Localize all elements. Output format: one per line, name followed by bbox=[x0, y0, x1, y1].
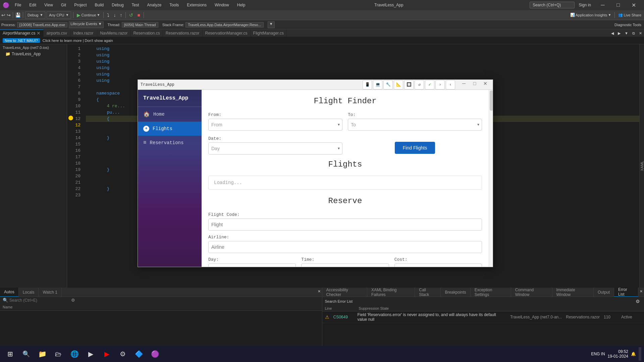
close-btn[interactable]: ✕ bbox=[626, 0, 641, 10]
taskbar-notification-icon[interactable]: 🔔 bbox=[631, 352, 636, 356]
from-select[interactable]: From bbox=[208, 119, 342, 131]
menu-git[interactable]: Git bbox=[58, 2, 69, 8]
app-scrollbar[interactable] bbox=[489, 90, 493, 267]
error-item-1[interactable]: ⚠ CS0649 Field 'Reservations.error' is n… bbox=[322, 311, 644, 323]
platform-dropdown[interactable]: Any CPU ▼ bbox=[47, 11, 71, 19]
tab-navmenu[interactable]: NavMenu.razor bbox=[97, 29, 130, 37]
taskbar-youtube[interactable]: ▶ bbox=[99, 347, 114, 361]
search-taskbar-btn[interactable]: 🔍 bbox=[19, 347, 34, 361]
app-win-close[interactable]: ✕ bbox=[481, 80, 490, 87]
app-win-minimize[interactable]: ─ bbox=[459, 80, 469, 87]
airline-input[interactable] bbox=[208, 241, 482, 253]
flight-code-input[interactable] bbox=[208, 219, 482, 231]
tab-list-btn[interactable]: ▼ bbox=[623, 29, 630, 37]
device-icon-3[interactable]: 🔧 bbox=[383, 80, 393, 89]
sign-in-btn[interactable]: Sign in bbox=[579, 3, 591, 7]
restart-btn[interactable]: ↺ bbox=[128, 11, 135, 19]
split-btn[interactable]: ⧉ bbox=[630, 29, 637, 37]
autos-search-input[interactable] bbox=[9, 298, 70, 303]
nav-reservations[interactable]: ≡ Reservations bbox=[138, 136, 202, 150]
toolbar-redo-icon[interactable]: ↪ bbox=[7, 12, 11, 18]
taskbar-vs[interactable]: 🟣 bbox=[148, 347, 162, 361]
autos-tab[interactable]: Autos bbox=[0, 288, 19, 297]
tab-airportmanager[interactable]: AirportManager.cs ✕ bbox=[0, 29, 44, 37]
watch1-tab[interactable]: Watch 1 bbox=[39, 288, 62, 297]
maximize-btn[interactable]: □ bbox=[610, 0, 626, 10]
tab-scroll-right[interactable]: ▶ bbox=[616, 29, 623, 37]
taskbar-show-desktop[interactable] bbox=[639, 347, 641, 361]
tab-close-icon[interactable]: ✕ bbox=[37, 31, 41, 36]
taskbar-chrome[interactable]: 🌐 bbox=[67, 347, 82, 361]
device-icon-1[interactable]: 📱 bbox=[363, 80, 372, 89]
tab-airports-csv[interactable]: airports.csv bbox=[44, 29, 70, 37]
live-share-btn[interactable]: 👥 Live Share bbox=[617, 11, 643, 19]
error-close-btn[interactable]: ✕ bbox=[638, 288, 644, 295]
menu-build[interactable]: Build bbox=[92, 2, 107, 8]
find-flights-btn[interactable]: Find Flights bbox=[395, 142, 435, 154]
cost-input[interactable] bbox=[394, 263, 482, 267]
taskbar-vscode[interactable]: 🔷 bbox=[131, 347, 146, 361]
net-maui-badge[interactable]: New to .NET MAUI? bbox=[3, 38, 40, 43]
menu-test[interactable]: Test bbox=[129, 2, 142, 8]
xaml-binding-tab[interactable]: XAML Binding Failures bbox=[367, 288, 415, 297]
minimize-btn[interactable]: ─ bbox=[595, 0, 610, 10]
refresh-icon[interactable]: ↺ bbox=[415, 80, 424, 89]
device-icon-5[interactable]: 🔲 bbox=[404, 80, 414, 89]
menu-extensions[interactable]: Extensions bbox=[184, 2, 209, 8]
error-settings-btn[interactable]: ⚙ bbox=[634, 298, 641, 305]
command-window-tab[interactable]: Command Window bbox=[511, 288, 552, 297]
menu-edit[interactable]: Edit bbox=[26, 2, 39, 8]
accessibility-tab[interactable]: Accessibility Checker bbox=[322, 288, 367, 297]
stack-dropdown[interactable]: ▼ bbox=[268, 21, 275, 28]
tab-scroll-left[interactable]: ◀ bbox=[609, 29, 616, 37]
search-box[interactable]: Search (Ctrl+Q) bbox=[530, 2, 575, 8]
locals-tab[interactable]: Locals bbox=[19, 288, 39, 297]
step-out-btn[interactable]: ↑ bbox=[118, 11, 123, 19]
step-into-btn[interactable]: ↓ bbox=[112, 11, 117, 19]
output-tab[interactable]: Output bbox=[594, 288, 614, 297]
tab-reservationmanager[interactable]: ReservationManager.cs bbox=[203, 29, 251, 37]
taskbar-settings[interactable]: ⚙ bbox=[115, 347, 130, 361]
diagnostics-btn[interactable]: Diagnostic Tools bbox=[613, 21, 643, 28]
nav-home[interactable]: 🏠 Home bbox=[138, 107, 202, 122]
app-main[interactable]: Flight Finder From: From ▼ bbox=[202, 90, 489, 267]
taskbar-explorer[interactable]: 🗁 bbox=[51, 347, 66, 361]
forward-icon[interactable]: › bbox=[435, 80, 445, 89]
close-tab-btn[interactable]: ✕ bbox=[637, 29, 644, 37]
exception-settings-tab[interactable]: Exception Settings bbox=[471, 288, 511, 297]
lifecycle-dropdown[interactable]: Lifecycle Events ▼ bbox=[69, 21, 103, 28]
stop-btn[interactable]: ■ bbox=[136, 11, 141, 19]
call-stack-tab[interactable]: Call Stack bbox=[415, 288, 441, 297]
menu-project[interactable]: Project bbox=[71, 2, 89, 8]
solution-root[interactable]: 📁 TravelLess_App bbox=[0, 51, 67, 57]
app-win-maximize[interactable]: □ bbox=[470, 80, 479, 87]
search-settings-icon[interactable]: ⚙ bbox=[71, 298, 75, 303]
breakpoints-tab[interactable]: Breakpoints bbox=[441, 288, 470, 297]
device-icon-2[interactable]: 💻 bbox=[373, 80, 382, 89]
menu-window[interactable]: Window bbox=[212, 2, 232, 8]
nav-flights[interactable]: + Flights bbox=[138, 122, 202, 136]
error-list-tab[interactable]: Error List bbox=[614, 288, 638, 297]
menu-tools[interactable]: Tools bbox=[167, 2, 181, 8]
reserve-day-input[interactable] bbox=[208, 263, 296, 267]
autos-close-btn[interactable]: ✕ bbox=[316, 288, 322, 295]
menu-debug[interactable]: Debug bbox=[109, 2, 126, 8]
immediate-window-tab[interactable]: Immediate Window bbox=[552, 288, 594, 297]
toolbar-undo-icon[interactable]: ↩ bbox=[1, 12, 5, 18]
tab-reservations-razor[interactable]: Reservations.razor bbox=[163, 29, 203, 37]
tab-reservation-cs[interactable]: Reservation.cs bbox=[130, 29, 163, 37]
menu-analyze[interactable]: Analyze bbox=[145, 2, 164, 8]
date-select[interactable]: Day bbox=[208, 142, 342, 155]
back-icon[interactable]: ‹ bbox=[446, 80, 455, 89]
device-icon-4[interactable]: 📐 bbox=[394, 80, 403, 89]
tab-index-razor[interactable]: Index.razor bbox=[70, 29, 97, 37]
continue-btn[interactable]: ▶ Continue ▼ bbox=[75, 11, 101, 19]
toolbar-save-icon[interactable]: 💾 bbox=[15, 12, 21, 18]
menu-file[interactable]: File bbox=[12, 2, 24, 8]
menu-help[interactable]: Help bbox=[234, 2, 248, 8]
code-editor[interactable]: 12345 678910 1112 12 1314151617 18192021… bbox=[67, 44, 639, 288]
taskbar-folder[interactable]: 📁 bbox=[35, 347, 50, 361]
start-btn[interactable]: ⊞ bbox=[3, 347, 17, 361]
debug-mode-dropdown[interactable]: Debug ▼ bbox=[25, 11, 45, 19]
tab-flightmanager[interactable]: FlightManager.cs bbox=[251, 29, 287, 37]
